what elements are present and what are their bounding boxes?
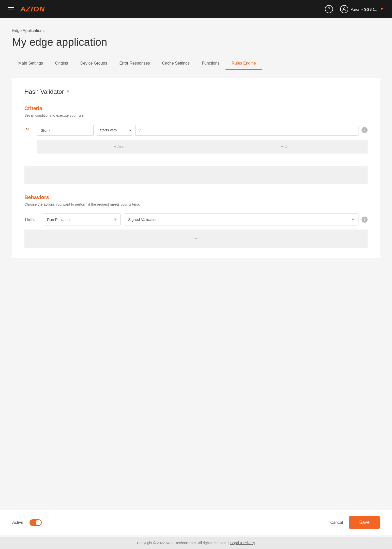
tab-device-groups[interactable]: Device Groups — [74, 57, 113, 70]
user-name: Azion - GSS (... — [351, 7, 377, 11]
page-title: My edge application — [12, 36, 380, 48]
chevron-down-icon: ▼ — [380, 7, 384, 11]
user-menu[interactable]: Azion - GSS (... ▼ — [340, 5, 384, 13]
app-header: AZION ? Azion - GSS (... ▼ — [0, 0, 392, 18]
tab-origins[interactable]: Origins — [49, 57, 74, 70]
behaviors-title: Behaviors — [24, 194, 368, 200]
behaviors-description: Choose the actions you want to perform i… — [24, 202, 368, 206]
behavior-action-select[interactable]: Run Function Deny (403 Forbidden) Redire… — [43, 214, 121, 225]
criteria-section: Criteria Set all conditions to execute y… — [24, 105, 368, 194]
criteria-if-row: If:* starts with matches does not match … — [24, 125, 368, 136]
add-and-button[interactable]: + And — [37, 140, 202, 154]
copyright-text: Copyright © 2022 Azion Technologies. All… — [137, 541, 229, 545]
behavior-value-select[interactable]: Signed Validation — [124, 214, 358, 225]
tab-functions[interactable]: Functions — [196, 57, 225, 70]
behaviors-then-row: Then: Run Function Deny (403 Forbidden) … — [24, 214, 368, 225]
form-section: Hash Validator * Criteria Set all condit… — [12, 78, 380, 258]
required-indicator: * — [67, 89, 69, 95]
tab-error-responses[interactable]: Error Responses — [113, 57, 156, 70]
tab-cache-settings[interactable]: Cache Settings — [156, 57, 196, 70]
add-condition-button[interactable]: + — [24, 166, 368, 184]
add-behavior-button[interactable]: + — [24, 230, 368, 248]
add-or-button[interactable]: + Or — [202, 140, 368, 154]
hamburger-menu[interactable] — [8, 7, 14, 11]
rule-name-row: Hash Validator * — [24, 88, 368, 95]
behavior-info-icon[interactable]: i — [361, 217, 368, 223]
legal-privacy-link[interactable]: Legal & Privacy — [230, 541, 255, 545]
logo: AZION — [20, 5, 45, 13]
then-label: Then: — [24, 217, 40, 222]
criteria-operator-select[interactable]: starts with matches does not match is eq… — [97, 125, 132, 136]
user-avatar — [340, 5, 348, 13]
rule-name: Hash Validator — [24, 88, 64, 95]
tab-rules-engine[interactable]: Rules Engine — [225, 57, 262, 70]
cancel-button[interactable]: Cancel — [330, 520, 343, 525]
criteria-info-icon[interactable]: i — [361, 127, 368, 133]
help-button[interactable]: ? — [325, 5, 333, 13]
main-content: Edge Applications My edge application Ma… — [0, 18, 392, 549]
svg-point-0 — [343, 8, 345, 9]
criteria-variable-input[interactable] — [37, 125, 94, 136]
criteria-title: Criteria — [24, 105, 368, 111]
save-button[interactable]: Save — [349, 516, 380, 529]
tab-nav: Main Settings Origins Device Groups Erro… — [12, 57, 380, 70]
footer-actions: Cancel Save — [330, 516, 380, 529]
criteria-description: Set all conditions to execute your rule. — [24, 113, 368, 117]
active-label: Active — [12, 520, 23, 525]
criteria-value-input[interactable] — [135, 125, 358, 136]
tab-main-settings[interactable]: Main Settings — [12, 57, 49, 70]
header-right: ? Azion - GSS (... ▼ — [325, 5, 384, 13]
breadcrumb: Edge Applications — [12, 28, 380, 33]
footer-bar: Active Cancel Save — [0, 510, 392, 535]
if-label: If:* — [24, 128, 34, 132]
behaviors-section: Behaviors Choose the actions you want to… — [24, 194, 368, 248]
criteria-divider — [37, 160, 368, 160]
active-toggle[interactable] — [29, 519, 42, 526]
and-or-row: + And + Or — [37, 140, 368, 154]
copyright-footer: Copyright © 2022 Azion Technologies. All… — [0, 537, 392, 549]
if-required-mark: * — [28, 128, 29, 132]
